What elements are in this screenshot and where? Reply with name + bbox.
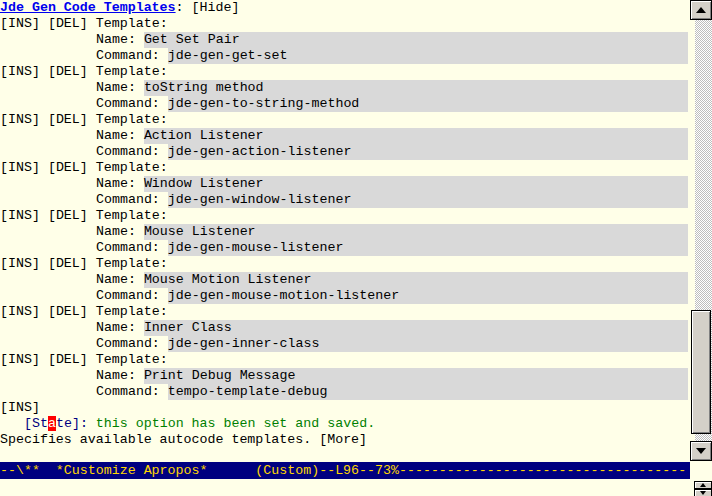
template-entry: [INS] [DEL] Template: Name: Mouse Motion… bbox=[0, 256, 688, 304]
scrollbar[interactable] bbox=[690, 0, 712, 462]
del-button[interactable]: [DEL] bbox=[48, 64, 88, 80]
doc-text: Specifies available autocode templates. bbox=[0, 432, 319, 448]
command-field[interactable]: jde-gen-inner-class bbox=[168, 336, 688, 352]
group-header-row: Jde Gen Code Templates : [Hide] bbox=[0, 0, 688, 16]
ins-button[interactable]: [INS] bbox=[0, 304, 40, 320]
scroll-up-button[interactable] bbox=[690, 0, 712, 20]
template-header-row: [INS] [DEL] Template: bbox=[0, 16, 688, 32]
command-field[interactable]: jde-gen-mouse-listener bbox=[168, 240, 688, 256]
ins-button[interactable]: [INS] bbox=[0, 208, 40, 224]
command-field[interactable]: jde-gen-get-set bbox=[168, 48, 688, 64]
template-label: Template: bbox=[96, 304, 168, 320]
name-label: Name: bbox=[96, 224, 144, 240]
scroll-down-icon bbox=[696, 448, 706, 454]
ins-button[interactable]: [INS] bbox=[0, 400, 40, 416]
name-label: Name: bbox=[96, 176, 144, 192]
template-label: Template: bbox=[96, 208, 168, 224]
command-label: Command: bbox=[96, 192, 168, 208]
command-field[interactable]: tempo-template-debug bbox=[168, 384, 688, 400]
template-entry: [INS] [DEL] Template: Name: toString met… bbox=[0, 64, 688, 112]
doc-row: Specifies available autocode templates. … bbox=[0, 432, 688, 448]
name-field[interactable]: Window Listener bbox=[144, 176, 688, 192]
command-field[interactable]: jde-gen-to-string-method bbox=[168, 96, 688, 112]
name-label: Name: bbox=[96, 272, 144, 288]
name-field[interactable]: Action Listener bbox=[144, 128, 688, 144]
template-entry: [INS] [DEL] Template: Name: Window Liste… bbox=[0, 160, 688, 208]
template-label: Template: bbox=[96, 256, 168, 272]
ins-button[interactable]: [INS] bbox=[0, 112, 40, 128]
del-button[interactable]: [DEL] bbox=[48, 16, 88, 32]
text-cursor: a bbox=[48, 416, 56, 431]
hide-button[interactable]: [Hide] bbox=[192, 0, 240, 16]
del-button[interactable]: [DEL] bbox=[48, 352, 88, 368]
name-row: Name: Window Listener bbox=[0, 176, 688, 192]
ins-button[interactable]: [INS] bbox=[0, 16, 40, 32]
template-label: Template: bbox=[96, 160, 168, 176]
command-field[interactable]: jde-gen-mouse-motion-listener bbox=[168, 288, 688, 304]
template-label: Template: bbox=[96, 112, 168, 128]
command-row: Command: jde-gen-mouse-listener bbox=[0, 240, 688, 256]
template-entry: [INS] [DEL] Template: Name: Get Set Pair… bbox=[0, 16, 688, 64]
ins-button[interactable]: [INS] bbox=[0, 352, 40, 368]
template-header-row: [INS] [DEL] Template: bbox=[0, 256, 688, 272]
template-entry: [INS] [DEL] Template: Name: Action Liste… bbox=[0, 112, 688, 160]
name-row: Name: toString method bbox=[0, 80, 688, 96]
command-label: Command: bbox=[96, 240, 168, 256]
command-label: Command: bbox=[96, 288, 168, 304]
modeline: --\** *Customize Apropos* (Custom)--L96-… bbox=[0, 462, 690, 479]
name-row: Name: Mouse Motion Listener bbox=[0, 272, 688, 288]
name-label: Name: bbox=[96, 80, 144, 96]
scroll-up-icon bbox=[696, 7, 706, 13]
command-row: Command: jde-gen-window-listener bbox=[0, 192, 688, 208]
command-field[interactable]: jde-gen-window-listener bbox=[168, 192, 688, 208]
name-field[interactable]: toString method bbox=[144, 80, 688, 96]
command-label: Command: bbox=[96, 144, 168, 160]
name-label: Name: bbox=[96, 32, 144, 48]
ins-button[interactable]: [INS] bbox=[0, 64, 40, 80]
group-link[interactable]: Jde Gen Code Templates bbox=[0, 0, 176, 16]
command-label: Command: bbox=[96, 96, 168, 112]
template-label: Template: bbox=[96, 64, 168, 80]
scroll-down-icon bbox=[700, 491, 706, 495]
template-entry: [INS] [DEL] Template: Name: Print Debug … bbox=[0, 352, 688, 400]
del-button[interactable]: [DEL] bbox=[48, 160, 88, 176]
scrollbar-thumb[interactable] bbox=[691, 310, 711, 434]
name-field[interactable]: Get Set Pair bbox=[144, 32, 688, 48]
trailing-ins-row: [INS] bbox=[0, 400, 688, 416]
minibuffer-scroll-down-button[interactable] bbox=[694, 489, 712, 496]
command-row: Command: jde-gen-inner-class bbox=[0, 336, 688, 352]
name-field[interactable]: Inner Class bbox=[144, 320, 688, 336]
name-field[interactable]: Mouse Motion Listener bbox=[144, 272, 688, 288]
template-list: [INS] [DEL] Template: Name: Get Set Pair… bbox=[0, 16, 688, 400]
template-header-row: [INS] [DEL] Template: bbox=[0, 160, 688, 176]
name-label: Name: bbox=[96, 320, 144, 336]
template-header-row: [INS] [DEL] Template: bbox=[0, 64, 688, 80]
state-button[interactable]: [State]: bbox=[24, 416, 88, 432]
name-label: Name: bbox=[96, 368, 144, 384]
del-button[interactable]: [DEL] bbox=[48, 304, 88, 320]
name-label: Name: bbox=[96, 128, 144, 144]
scroll-down-button[interactable] bbox=[690, 441, 712, 461]
command-label: Command: bbox=[96, 48, 168, 64]
name-field[interactable]: Print Debug Message bbox=[144, 368, 688, 384]
del-button[interactable]: [DEL] bbox=[48, 112, 88, 128]
group-separator: : bbox=[176, 0, 192, 16]
template-header-row: [INS] [DEL] Template: bbox=[0, 208, 688, 224]
ins-button[interactable]: [INS] bbox=[0, 256, 40, 272]
del-button[interactable]: [DEL] bbox=[48, 208, 88, 224]
minibuffer-scroll-up-button[interactable] bbox=[694, 481, 712, 489]
command-field[interactable]: jde-gen-action-listener bbox=[168, 144, 688, 160]
name-field[interactable]: Mouse Listener bbox=[144, 224, 688, 240]
more-button[interactable]: [More] bbox=[319, 432, 367, 448]
ins-button[interactable]: [INS] bbox=[0, 160, 40, 176]
template-header-row: [INS] [DEL] Template: bbox=[0, 304, 688, 320]
command-row: Command: jde-gen-to-string-method bbox=[0, 96, 688, 112]
minibuffer[interactable] bbox=[0, 479, 712, 496]
name-row: Name: Mouse Listener bbox=[0, 224, 688, 240]
del-button[interactable]: [DEL] bbox=[48, 256, 88, 272]
state-separator bbox=[88, 416, 96, 432]
template-entry: [INS] [DEL] Template: Name: Mouse Listen… bbox=[0, 208, 688, 256]
state-row: [State]: this option has been set and sa… bbox=[0, 416, 688, 432]
command-row: Command: jde-gen-mouse-motion-listener bbox=[0, 288, 688, 304]
template-header-row: [INS] [DEL] Template: bbox=[0, 112, 688, 128]
